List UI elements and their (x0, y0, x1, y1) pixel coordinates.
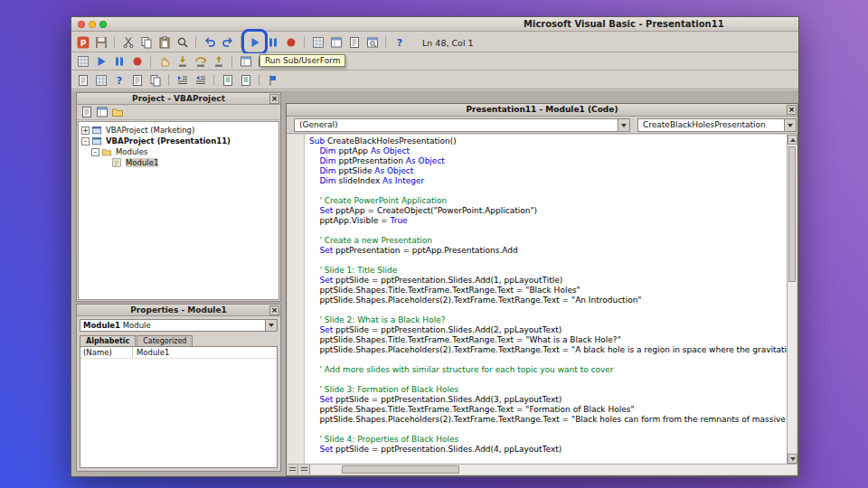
reset-icon[interactable] (283, 34, 298, 50)
close-icon[interactable]: × (787, 105, 797, 115)
vertical-scroll-thumb[interactable] (788, 146, 796, 282)
code-window-titlebar[interactable]: Presentation11 - Module1 (Code) × (287, 104, 797, 117)
code-line[interactable] (309, 305, 787, 315)
expand-icon[interactable]: + (81, 127, 90, 135)
code-line[interactable]: ' Create a new Presentation (309, 236, 787, 246)
property-row[interactable]: (Name)Module1 (80, 347, 277, 359)
code-line[interactable]: pptApp.Visible = True (309, 216, 787, 226)
chevron-down-icon[interactable] (265, 320, 277, 331)
properties-panel-header[interactable]: Properties - Module1 × (77, 305, 280, 316)
break-icon[interactable] (265, 34, 280, 50)
code-line[interactable]: ' Slide 2: What is a Black Hole? (309, 315, 787, 325)
code-line[interactable]: ' Slide 1: Title Slide (309, 266, 787, 276)
run-sub-userform-icon[interactable] (93, 54, 108, 70)
code-line[interactable] (309, 425, 787, 435)
toggle-breakpoint-icon[interactable] (156, 54, 172, 70)
code-line[interactable] (309, 226, 787, 236)
code-line[interactable] (309, 256, 787, 266)
code-line[interactable]: Set pptSlide = pptPresentation.Slides.Ad… (309, 276, 787, 286)
code-editor-area[interactable]: Sub CreateBlackHolesPresentation() Dim p… (288, 135, 797, 464)
horizontal-scrollbar[interactable] (288, 464, 797, 474)
project-explorer-icon[interactable] (328, 34, 344, 50)
code-line[interactable]: Dim pptPresentation As Object (309, 156, 787, 166)
parameter-info-icon[interactable] (129, 72, 145, 88)
code-line[interactable]: Dim slideIndex As Integer (309, 176, 787, 186)
close-traffic-light[interactable] (78, 21, 85, 28)
project-panel-header[interactable]: Project - VBAProject × (77, 93, 280, 105)
tree-item-vbaproject-marketing[interactable]: +VBAProject (Marketing) (79, 125, 278, 136)
code-line[interactable] (309, 375, 787, 385)
outdent-icon[interactable] (193, 72, 208, 88)
code-line[interactable]: pptSlide.Shapes.Placeholders(2).TextFram… (309, 415, 787, 425)
run-sub-userform-icon[interactable] (247, 34, 262, 50)
cut-icon[interactable] (120, 34, 136, 50)
toggle-folders-icon[interactable] (110, 106, 124, 119)
object-selector-dropdown[interactable]: (General) (294, 118, 630, 132)
redo-icon[interactable] (220, 34, 235, 50)
step-over-icon[interactable] (193, 54, 208, 70)
property-value[interactable]: Module1 (133, 347, 169, 358)
minimize-traffic-light[interactable] (89, 21, 96, 28)
object-browser-icon[interactable] (364, 34, 380, 50)
horizontal-scroll-thumb[interactable] (342, 465, 459, 474)
collapse-icon[interactable]: - (91, 148, 99, 156)
code-line[interactable]: Set pptApp = CreateObject("PowerPoint.Ap… (309, 206, 787, 216)
paste-icon[interactable] (156, 34, 172, 50)
complete-word-icon[interactable] (147, 72, 163, 88)
code-line[interactable]: pptSlide.Shapes.Title.TextFrame.TextRang… (309, 286, 787, 296)
code-line[interactable]: Sub CreateBlackHolesPresentation() (309, 136, 787, 146)
properties-window-icon[interactable] (346, 34, 362, 50)
undo-icon[interactable] (202, 34, 217, 50)
code-line[interactable]: Set pptPresentation = pptApp.Presentatio… (309, 246, 787, 256)
scroll-up-arrow-icon[interactable] (788, 135, 797, 145)
close-icon[interactable]: × (269, 305, 279, 315)
tab-alphabetic[interactable]: Alphabetic (80, 335, 136, 346)
reset-icon[interactable] (129, 54, 145, 70)
break-icon[interactable] (111, 54, 127, 70)
code-line[interactable]: ' Slide 4: Properties of Black Holes (309, 435, 787, 445)
code-line[interactable]: Set pptSlide = pptPresentation.Slides.Ad… (309, 445, 787, 455)
procedure-view-button[interactable] (288, 465, 298, 474)
uncomment-block-icon[interactable] (238, 72, 253, 88)
locals-window-icon[interactable] (238, 54, 253, 70)
code-line[interactable]: pptSlide.Shapes.Placeholders(2).TextFram… (309, 296, 787, 305)
chevron-down-icon[interactable] (784, 119, 796, 131)
zoom-traffic-light[interactable] (99, 21, 107, 28)
window-titlebar[interactable]: Microsoft Visual Basic - Presentation11 (71, 17, 798, 32)
scroll-down-arrow-icon[interactable] (788, 454, 797, 464)
find-icon[interactable] (175, 34, 190, 50)
design-mode-icon[interactable] (75, 54, 90, 70)
view-code-icon[interactable] (80, 106, 93, 119)
quick-info-icon[interactable]: ? (111, 72, 127, 88)
toggle-bookmark-icon[interactable] (265, 72, 280, 88)
breakpoint-margin[interactable] (288, 135, 305, 464)
close-icon[interactable]: × (269, 94, 279, 104)
code-content[interactable]: Sub CreateBlackHolesPresentation() Dim p… (309, 136, 787, 464)
code-line[interactable] (309, 355, 787, 365)
save-icon[interactable] (93, 34, 108, 50)
list-constants-icon[interactable] (93, 72, 108, 88)
code-line[interactable]: pptSlide.Shapes.Title.TextFrame.TextRang… (309, 335, 787, 345)
help-icon[interactable]: ? (392, 34, 407, 50)
tree-item-modules[interactable]: -Modules (79, 146, 278, 157)
vertical-scrollbar[interactable] (787, 135, 797, 464)
collapse-icon[interactable]: - (81, 137, 90, 145)
list-properties-icon[interactable] (75, 72, 90, 88)
code-line[interactable]: Dim pptSlide As Object (309, 166, 787, 176)
code-line[interactable]: ' Slide 3: Formation of Black Holes (309, 385, 787, 395)
step-out-icon[interactable] (211, 54, 226, 70)
procedure-selector-dropdown[interactable]: CreateBlackHolesPresentation (637, 118, 797, 132)
comment-block-icon[interactable] (220, 72, 235, 88)
full-module-view-button[interactable] (299, 465, 310, 474)
step-into-icon[interactable] (175, 54, 190, 70)
tree-item-vbaproject-presentation11[interactable]: -VBAProject (Presentation11) (79, 136, 278, 146)
object-dropdown[interactable]: Module1 Module (80, 319, 278, 332)
code-line[interactable]: ' Create PowerPoint Application (309, 196, 787, 206)
chevron-down-icon[interactable] (618, 119, 629, 131)
code-line[interactable]: Set pptSlide = pptPresentation.Slides.Ad… (309, 395, 787, 405)
code-line[interactable]: Dim pptApp As Object (309, 146, 787, 156)
code-line[interactable] (309, 186, 787, 196)
design-mode-icon[interactable] (310, 34, 326, 50)
tree-item-module1[interactable]: Module1 (79, 157, 278, 168)
code-line[interactable]: pptSlide.Shapes.Title.TextFrame.TextRang… (309, 405, 787, 415)
